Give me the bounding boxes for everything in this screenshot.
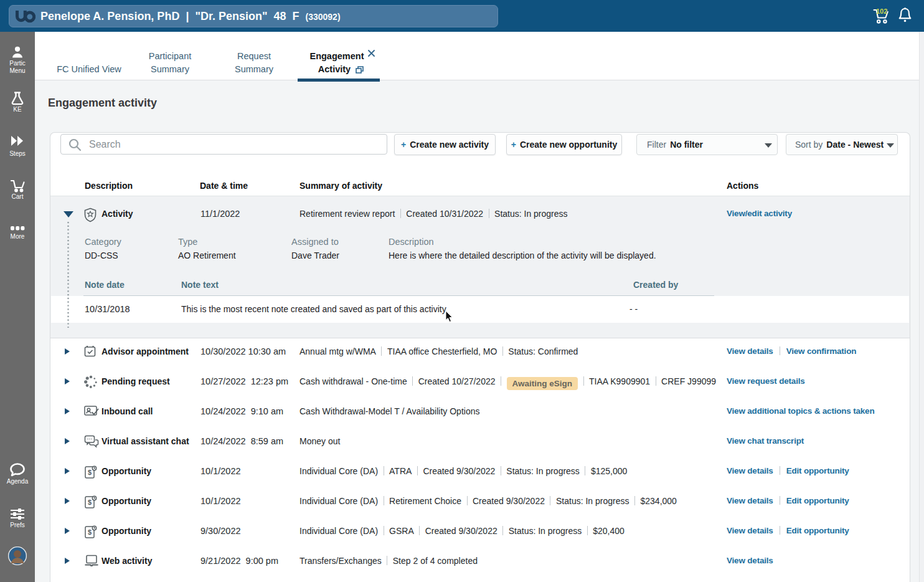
svg-text:$: $: [88, 499, 92, 506]
svg-text:$: $: [88, 528, 92, 536]
svg-text:$: $: [88, 469, 92, 476]
